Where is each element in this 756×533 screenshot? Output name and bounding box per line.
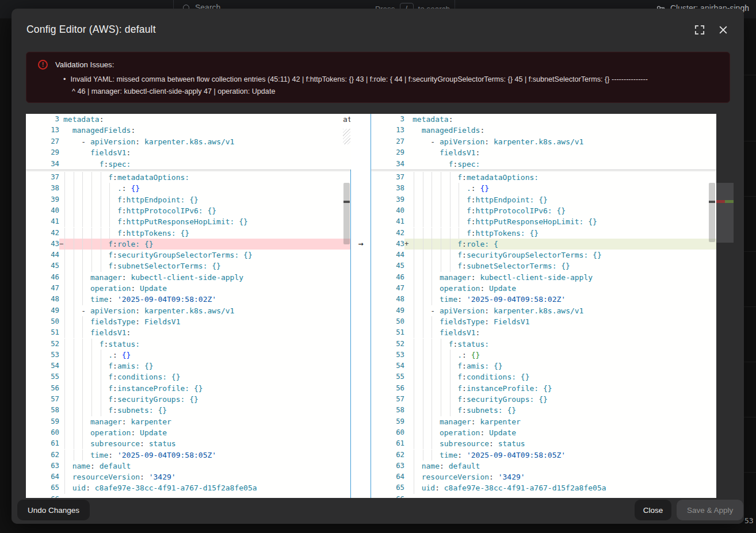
- line-number: 63: [371, 461, 404, 471]
- line-number: 46: [371, 272, 404, 283]
- code-text: managedFields:: [63, 125, 135, 136]
- code-line: 29 fieldsV1:: [26, 147, 351, 158]
- code-line: 53 .: {}: [371, 350, 716, 361]
- line-number: 65: [26, 482, 59, 493]
- line-number: 40: [26, 205, 59, 216]
- code-line: 42 f:httpTokens: {}: [371, 228, 716, 239]
- code-line: 43− f:role: {}: [26, 239, 351, 250]
- modified-scrollbar-thumb[interactable]: [709, 183, 715, 242]
- code-text: f:role: {: [413, 239, 498, 250]
- line-number: 29: [26, 147, 59, 158]
- line-number: 45: [26, 260, 59, 271]
- close-dialog-button[interactable]: [716, 24, 730, 37]
- overview-ruler-slider[interactable]: [716, 183, 734, 243]
- code-text: f:spec:: [413, 159, 480, 170]
- code-line: 62 time: '2025-09-04T09:58:05Z': [371, 450, 716, 461]
- fullscreen-button[interactable]: [693, 24, 707, 37]
- code-text: - apiVersion: karpenter.k8s.aws/v1: [63, 305, 234, 316]
- error-icon: !: [38, 60, 48, 70]
- code-text: f:securityGroupSelectorTerms: {}: [413, 250, 602, 260]
- code-line: 66spec:: [371, 494, 716, 498]
- code-line: 46 manager: kubectl-client-side-apply: [26, 272, 351, 283]
- line-number: 55: [26, 371, 59, 382]
- code-line: 50 fieldsType: FieldsV1: [26, 316, 351, 327]
- line-number: 62: [26, 450, 59, 461]
- diff-modified-pane[interactable]: 3metadata:13 managedFields:27 - apiVersi…: [371, 114, 716, 498]
- line-number: 39: [371, 194, 404, 205]
- code-text: fieldsV1:: [63, 147, 131, 158]
- save-apply-button[interactable]: Save & Apply: [677, 500, 743, 520]
- code-text: operation: Update: [63, 283, 167, 294]
- line-number: 38: [371, 183, 404, 194]
- code-line: 55 f:conditions: {}: [26, 371, 351, 382]
- line-number: 34: [371, 159, 404, 170]
- line-number: 60: [26, 427, 59, 438]
- code-line: 29 fieldsV1:: [371, 147, 716, 158]
- code-text: f:subnets: {}: [413, 405, 516, 416]
- line-number: 52: [371, 339, 404, 350]
- line-number: 27: [371, 136, 404, 147]
- code-text: f:securityGroups: {}: [63, 394, 198, 405]
- line-number: 54: [26, 361, 59, 371]
- diff-original-pane[interactable]: 3metadata:13 managedFields:27 - apiVersi…: [26, 114, 351, 498]
- code-line: 54 f:amis: {}: [371, 361, 716, 371]
- code-text: f:httpEndpoint: {}: [63, 194, 198, 205]
- line-number: 50: [371, 316, 404, 327]
- overview-ruler-removed-mark: [716, 200, 725, 203]
- code-line: 54 f:amis: {}: [26, 361, 351, 371]
- line-number: 64: [26, 471, 59, 482]
- code-line: 59 manager: karpenter: [26, 416, 351, 427]
- alert-message-line1: Invalid YAML: missed comma between flow …: [70, 75, 648, 83]
- code-text: time: '2025-09-04T09:58:02Z': [413, 294, 566, 305]
- revert-change-arrow-icon[interactable]: →: [351, 239, 371, 250]
- code-text: resourceVersion: '3429': [63, 471, 176, 482]
- alert-message-line2: ^ 46 | manager: kubectl-client-side-appl…: [63, 86, 725, 98]
- code-text: fieldsType: FieldsV1: [413, 316, 530, 327]
- code-line: 65 uid: c8afe97e-38cc-4f91-a767-d15f2a8f…: [26, 482, 351, 493]
- code-text: f:status:: [413, 339, 489, 350]
- code-text: managedFields:: [413, 125, 484, 136]
- code-line: 57 f:securityGroups: {}: [371, 394, 716, 405]
- line-number: 50: [26, 316, 59, 327]
- line-number: 44: [26, 250, 59, 260]
- code-text: fieldsV1:: [63, 327, 131, 338]
- original-scrollbar-thumb[interactable]: [343, 183, 350, 244]
- hidden-region-hatch: [343, 129, 350, 144]
- line-number: 52: [26, 339, 59, 350]
- code-line: 43+ f:role: {: [371, 239, 716, 250]
- code-line: 39 f:httpEndpoint: {}: [26, 194, 351, 205]
- code-line: 51 fieldsV1:: [371, 327, 716, 338]
- code-text: - apiVersion: karpenter.k8s.aws/v1: [413, 136, 583, 147]
- code-text: uid: c8afe97e-38cc-4f91-a767-d15f2a8fe05…: [413, 482, 606, 493]
- code-line: 46 manager: kubectl-client-side-apply: [371, 272, 716, 283]
- line-number: 3: [371, 114, 404, 125]
- line-number: 61: [371, 438, 404, 449]
- code-line: 51 fieldsV1:: [26, 327, 351, 338]
- code-line: 45 f:subnetSelectorTerms: {}: [26, 260, 351, 271]
- line-number: 66: [26, 494, 59, 498]
- undo-changes-button[interactable]: Undo Changes: [17, 500, 90, 520]
- close-icon: [717, 24, 729, 36]
- code-text: f:httpProtocolIPv6: {}: [63, 205, 216, 216]
- code-text: operation: Update: [63, 427, 167, 438]
- code-text: spec:: [63, 494, 86, 498]
- line-number: 42: [26, 228, 59, 239]
- yaml-diff-editor[interactable]: 3metadata:13 managedFields:27 - apiVersi…: [26, 114, 716, 498]
- code-text: f:httpEndpoint: {}: [413, 194, 548, 205]
- diff-editor-sash[interactable]: →: [350, 114, 371, 498]
- code-line: 38 .: {}: [371, 183, 716, 194]
- code-text: - apiVersion: karpenter.k8s.aws/v1: [413, 305, 583, 316]
- code-text: time: '2025-09-04T09:58:02Z': [63, 294, 216, 305]
- code-line: 44 f:securityGroupSelectorTerms: {}: [371, 250, 716, 260]
- code-line: 45 f:subnetSelectorTerms: {}: [371, 260, 716, 271]
- code-text: subresource: status: [413, 438, 525, 449]
- code-line: 37 f:metadataOptions:: [26, 172, 351, 183]
- line-number: 47: [26, 283, 59, 294]
- line-number: 49: [26, 305, 59, 316]
- line-number: 48: [26, 294, 59, 305]
- code-line: 41 f:httpPutResponseHopLimit: {}: [26, 216, 351, 227]
- close-button[interactable]: Close: [635, 500, 671, 520]
- code-text: manager: karpenter: [63, 416, 171, 427]
- line-number: 59: [26, 416, 59, 427]
- code-text: .: {}: [413, 350, 480, 361]
